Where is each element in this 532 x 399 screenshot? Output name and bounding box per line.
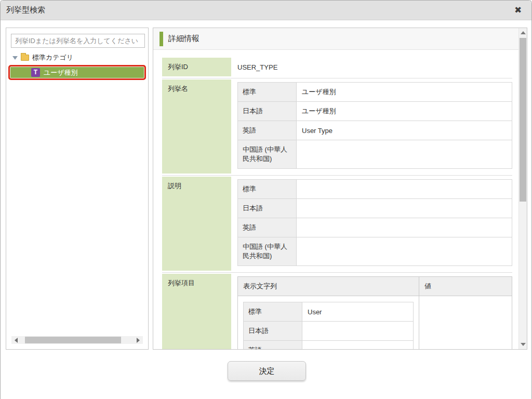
tree-category-label: 標準カテゴリ — [32, 53, 73, 62]
enum-id-label: 列挙ID — [162, 58, 231, 76]
lang-label: 日本語 — [238, 102, 297, 121]
table-row: 中国語 (中華人民共和国) — [238, 237, 512, 266]
value-column-header: 値 — [419, 277, 512, 296]
enum-items-row: 列挙項目 表示文字列 値 標準 User — [162, 272, 512, 349]
lang-label: 標準 — [238, 180, 297, 199]
table-row: 日本語 ユーザ種別 — [238, 102, 512, 121]
lang-label: 標準 — [244, 302, 302, 322]
tree-item-user-type-selected[interactable]: T ユーザ種別 — [8, 65, 146, 80]
detail-title: 詳細情報 — [168, 34, 200, 44]
table-row: 英語 User Type — [238, 121, 512, 140]
enum-items-label: 列挙項目 — [162, 274, 231, 349]
lang-label: 英語 — [244, 341, 302, 350]
table-row: 日本語 — [244, 322, 414, 341]
lang-value — [302, 341, 414, 350]
table-row: 英語 — [238, 218, 512, 237]
detail-header: 詳細情報 — [153, 28, 518, 50]
horizontal-scrollbar[interactable] — [11, 336, 143, 344]
lang-value — [297, 180, 512, 199]
tree-node-category[interactable]: 標準カテゴリ — [6, 52, 148, 63]
enum-search-dialog: 列挙型検索 ✖ 標準カテゴリ T ユーザ種別 詳細情報 — [0, 0, 532, 399]
enum-id-row: 列挙ID USER_TYPE — [162, 57, 512, 78]
enum-name-row: 列挙名 標準 ユーザ種別 日本語 ユーザ種別 英語 User Type — [162, 78, 512, 175]
confirm-button[interactable]: 決定 — [228, 361, 306, 381]
enum-items-table: 表示文字列 値 標準 User 日本語 — [237, 276, 512, 349]
table-row: 中国語 (中華人民共和国) — [238, 140, 512, 169]
lang-label: 日本語 — [238, 199, 297, 218]
enum-id-value: USER_TYPE — [231, 58, 512, 76]
enum-item-row: 標準 User 日本語 英語 中国語 (中 — [238, 296, 512, 349]
lang-value: User — [302, 302, 414, 322]
lang-value — [297, 218, 512, 237]
dialog-title: 列挙型検索 — [6, 5, 45, 15]
table-row: 標準 — [238, 180, 512, 199]
search-input[interactable] — [11, 34, 145, 48]
lang-value — [297, 199, 512, 218]
vertical-scrollbar[interactable] — [518, 28, 527, 349]
horizontal-scrollbar-thumb[interactable] — [25, 337, 121, 343]
lang-value — [297, 237, 512, 266]
dialog-titlebar: 列挙型検索 ✖ — [1, 1, 531, 20]
tree-item-label: ユーザ種別 — [44, 68, 78, 77]
table-row: 英語 — [244, 341, 414, 350]
expander-arrow-icon[interactable] — [12, 56, 18, 60]
lang-label: 英語 — [238, 121, 297, 140]
description-label: 説明 — [162, 177, 231, 271]
detail-content: 列挙ID USER_TYPE 列挙名 標準 ユーザ種別 日本語 ユーザ種別 — [153, 50, 518, 349]
scroll-right-icon[interactable] — [137, 338, 140, 343]
detail-panel: 詳細情報 列挙ID USER_TYPE 列挙名 標準 ユーザ種別 日本語 — [153, 28, 527, 350]
lang-label: 標準 — [238, 83, 297, 102]
lang-label: 英語 — [238, 218, 297, 237]
lang-label: 中国語 (中華人民共和国) — [238, 237, 297, 266]
lang-value: ユーザ種別 — [297, 83, 512, 102]
lang-value — [297, 140, 512, 169]
display-string-column-header: 表示文字列 — [238, 277, 419, 296]
lang-label: 中国語 (中華人民共和国) — [238, 140, 297, 169]
table-row: 標準 ユーザ種別 — [238, 83, 512, 102]
enum-tree: 標準カテゴリ T ユーザ種別 — [6, 52, 148, 80]
enum-name-table: 標準 ユーザ種別 日本語 ユーザ種別 英語 User Type 中国語 (中華人… — [237, 82, 512, 169]
table-row: 日本語 — [238, 199, 512, 218]
enum-tree-panel: 標準カテゴリ T ユーザ種別 — [6, 28, 149, 350]
lang-value — [302, 322, 414, 341]
enum-type-icon: T — [31, 68, 40, 77]
enum-item-display-table: 標準 User 日本語 英語 中国語 (中 — [243, 302, 414, 349]
description-row: 説明 標準 日本語 英語 中国語 (中華人民共和国) — [162, 175, 512, 272]
scroll-up-icon[interactable] — [521, 31, 526, 34]
lang-label: 日本語 — [244, 322, 302, 341]
close-icon[interactable]: ✖ — [512, 4, 524, 17]
lang-value: ユーザ種別 — [297, 102, 512, 121]
scroll-down-icon[interactable] — [521, 343, 526, 346]
description-table: 標準 日本語 英語 中国語 (中華人民共和国) — [237, 179, 512, 266]
vertical-scrollbar-thumb[interactable] — [520, 38, 526, 202]
table-row: 標準 User — [244, 302, 414, 322]
accent-bar — [159, 32, 163, 46]
scroll-left-icon[interactable] — [15, 338, 18, 343]
enum-items-header: 表示文字列 値 — [238, 277, 512, 296]
enum-name-label: 列挙名 — [162, 79, 231, 174]
lang-value: User Type — [297, 121, 512, 140]
folder-icon — [21, 55, 29, 61]
enum-item-value: USER — [419, 296, 512, 349]
